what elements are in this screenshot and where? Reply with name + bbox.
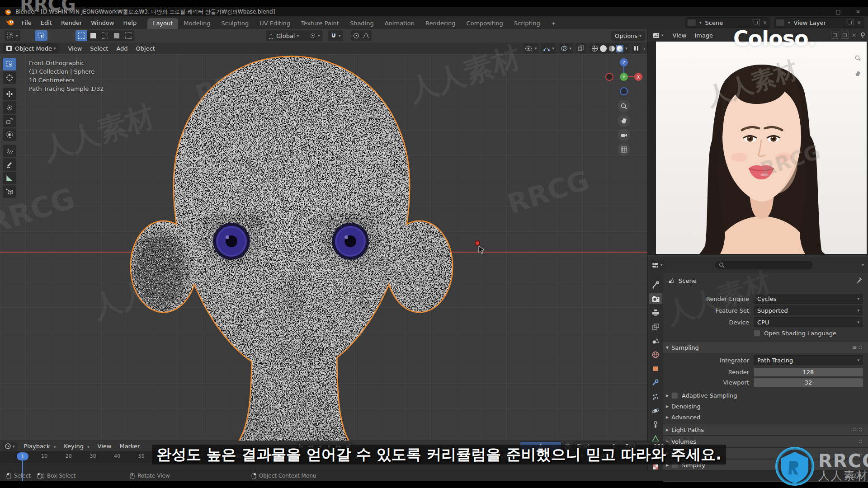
pause-render-button[interactable] [632, 43, 641, 53]
object-visibility-dropdown[interactable]: ▾ [524, 43, 538, 53]
adaptive-sampling-checkbox[interactable] [671, 392, 678, 399]
maximize-icon[interactable]: □ [828, 9, 848, 15]
new-view-layer-icon[interactable] [846, 19, 854, 26]
viewport-menu-view[interactable]: View [64, 45, 86, 52]
editor-type-button[interactable]: ▾ [5, 30, 20, 41]
preset-list-icon[interactable]: ≡ [852, 427, 859, 433]
menu-window[interactable]: Window [86, 19, 118, 26]
add-workspace-button[interactable]: + [546, 18, 561, 29]
tab-scripting[interactable]: Scripting [509, 18, 546, 29]
image-pan-icon[interactable] [851, 67, 864, 80]
image-editor-type-button[interactable]: ▾ [651, 31, 666, 40]
tool-add-cube[interactable] [3, 185, 16, 198]
render-engine-dropdown[interactable]: Cycles ▾ [754, 294, 863, 304]
tab-view-layer-properties[interactable] [649, 321, 662, 332]
tab-shading[interactable]: Shading [344, 18, 379, 29]
timeline-editor-type-button[interactable]: ▾ [3, 442, 17, 450]
tool-rotate[interactable] [3, 101, 16, 114]
blender-logo-icon[interactable] [5, 19, 15, 27]
filter-chevron-icon[interactable]: ▾ [862, 263, 864, 267]
shading-material-button[interactable] [608, 45, 616, 52]
tab-physics-properties[interactable] [649, 405, 662, 416]
denoising-row[interactable]: ▶ Denoising [663, 401, 868, 411]
tab-uv-editing[interactable]: UV Editing [254, 18, 296, 29]
close-icon[interactable]: × [848, 9, 868, 15]
samples-render-slider[interactable]: 128 [754, 368, 863, 376]
proportional-editing-group[interactable] [351, 30, 372, 41]
playhead[interactable]: 1 [17, 452, 28, 460]
device-dropdown[interactable]: CPU ▾ [754, 317, 863, 327]
overlays-dropdown[interactable]: ▾ [559, 43, 573, 53]
tab-constraint-properties[interactable] [649, 419, 662, 430]
viewport-menu-object[interactable]: Object [132, 45, 159, 52]
select-mode-subtract-icon[interactable] [99, 30, 111, 41]
camera-view-icon[interactable] [618, 129, 630, 141]
menu-help[interactable]: Help [119, 19, 142, 26]
tab-render-properties[interactable] [649, 293, 662, 304]
options-dropdown[interactable]: Options ▾ [611, 31, 645, 41]
feature-set-dropdown[interactable]: Supported ▾ [754, 305, 863, 315]
object-mode-dropdown[interactable]: Object Mode ▾ [3, 43, 59, 53]
advanced-row[interactable]: ▶ Advanced [663, 412, 868, 422]
select-mode-intersect-icon[interactable] [123, 30, 134, 41]
tab-modifier-properties[interactable] [649, 377, 662, 388]
select-mode-extend-icon[interactable] [87, 30, 99, 41]
timeline-menu-keying[interactable]: Keying ▾ [60, 443, 93, 450]
properties-editor-type-button[interactable]: ▾ [650, 260, 665, 269]
tab-modeling[interactable]: Modeling [178, 18, 216, 29]
timeline-menu-view[interactable]: View [94, 443, 116, 450]
grid-toggle-icon[interactable] [618, 143, 630, 156]
tab-layout[interactable]: Layout [147, 18, 178, 29]
tab-texture-paint[interactable]: Texture Paint [296, 18, 344, 29]
tool-cursor[interactable] [3, 71, 16, 84]
tab-sculpting[interactable]: Sculpting [216, 18, 254, 29]
preset-list-icon[interactable]: ≡ [852, 344, 859, 351]
close-icon[interactable]: × [852, 32, 856, 38]
select-mode-new-icon[interactable] [75, 30, 87, 41]
tab-tool[interactable] [649, 279, 662, 290]
osl-checkbox[interactable] [754, 330, 760, 337]
tool-move[interactable] [3, 88, 16, 100]
tool-scale[interactable] [3, 115, 16, 127]
tab-world-properties[interactable] [649, 349, 662, 360]
menu-file[interactable]: File [17, 19, 36, 26]
timeline-menu-playback[interactable]: Playback ▾ [20, 443, 60, 450]
image-editor-canvas[interactable] [647, 42, 868, 254]
minimize-icon[interactable]: – [808, 9, 828, 15]
image-menu-image[interactable]: Image [690, 32, 717, 39]
light-paths-section[interactable]: ▶ Light Paths ≡∷ [663, 424, 868, 436]
pivot-point-dropdown[interactable]: ▾ [307, 30, 322, 41]
tool-select-box[interactable] [3, 58, 16, 70]
xray-toggle[interactable] [576, 43, 586, 53]
snap-dropdown[interactable]: ▾ [328, 30, 343, 41]
tab-output-properties[interactable] [649, 307, 662, 318]
new-scene-icon[interactable] [752, 19, 760, 26]
close-icon[interactable]: × [763, 19, 767, 26]
tab-compositing[interactable]: Compositing [461, 18, 509, 29]
timeline-menu-marker[interactable]: Marker [115, 443, 144, 450]
tab-particle-properties[interactable] [649, 391, 662, 402]
zoom-icon[interactable] [618, 100, 630, 113]
shading-solid-button[interactable] [599, 45, 608, 52]
samples-viewport-slider[interactable]: 32 [754, 378, 863, 387]
image-zoom-icon[interactable] [851, 52, 864, 64]
integrator-dropdown[interactable]: Path Tracing ▾ [754, 355, 863, 365]
axis-gizmo[interactable]: Z X Y [604, 57, 644, 97]
image-menu-view[interactable]: View [669, 32, 691, 39]
tab-object-properties[interactable] [649, 363, 662, 374]
tool-transform[interactable] [3, 128, 16, 141]
shading-rendered-button[interactable] [616, 45, 623, 52]
transform-orientation-dropdown[interactable]: Global ▾ [266, 30, 308, 41]
sampling-section-header[interactable]: ▼ Sampling ≡∷ [663, 342, 868, 353]
tool-measure[interactable] [3, 172, 16, 184]
tab-animation[interactable]: Animation [379, 18, 420, 29]
tab-rendering[interactable]: Rendering [420, 18, 461, 29]
shading-wireframe-button[interactable] [591, 45, 599, 52]
tool-annotate-lines[interactable] [3, 145, 16, 157]
pan-hand-icon[interactable] [618, 114, 630, 127]
tool-annotate[interactable] [3, 158, 16, 171]
select-mode-invert-icon[interactable] [111, 30, 123, 41]
properties-search-input[interactable] [715, 261, 813, 269]
viewport-menu-select[interactable]: Select [86, 45, 112, 52]
panel-arrow-icon[interactable]: › [643, 45, 646, 52]
